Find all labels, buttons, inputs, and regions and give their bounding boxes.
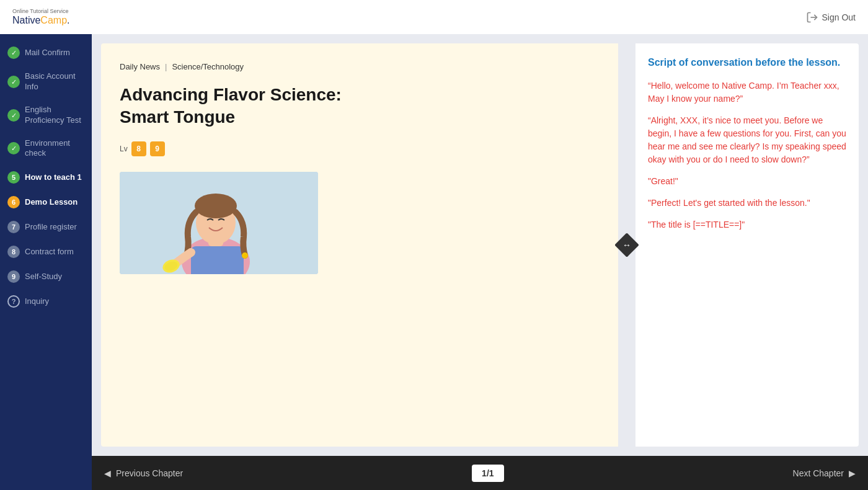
bottom-nav: ◀ Previous Chapter 1/1 Next Chapter ▶ [92,456,868,490]
sidebar-icon-basic-account-info: ✓ [7,76,20,88]
article-title: Advancing Flavor Science: Smart Tongue [120,84,600,129]
sidebar-label-mail-confirm: Mail Confirm [25,48,70,58]
sidebar-icon-demo-lesson: 6 [7,196,20,208]
sidebar-item-environment-check[interactable]: ✓ Environment check [0,132,92,166]
sidebar-icon-self-study: 9 [7,270,20,283]
sidebar-label-contract-form: Contract form [25,247,74,257]
sidebar-item-inquiry[interactable]: ? Inquiry [0,289,92,314]
article-image [120,172,318,274]
category-divider: | [165,62,167,71]
logo-text: NativeCamp. [12,15,70,26]
number-icon-contract: 8 [7,246,20,258]
level-badge-9: 9 [150,141,165,156]
svg-point-8 [242,252,248,259]
script-panel: Script of conversation before the lesson… [636,43,859,447]
sidebar-icon-profile-register: 7 [7,221,20,233]
next-arrow-icon: ▶ [849,468,856,478]
prev-chapter-button[interactable]: ◀ Previous Chapter [104,468,183,478]
prev-chapter-label: Previous Chapter [116,468,183,478]
article-category: Daily News | Science/Technology [120,62,600,71]
script-line-3: "Great!" [648,175,846,188]
check-icon-english: ✓ [7,109,20,122]
resize-arrows-icon: ↔ [622,240,631,250]
sidebar-icon-inquiry: ? [7,295,20,308]
level-badges: Lv 8 9 [120,141,600,156]
number-icon-profile: 7 [7,221,20,233]
sidebar-label-inquiry: Inquiry [25,296,49,307]
script-line-1: “Hello, welcome to Native Camp. I’m Teac… [648,79,846,105]
sidebar-label-basic-account-info: Basic Account Info [25,71,84,92]
next-chapter-button[interactable]: Next Chapter ▶ [793,468,856,478]
article-title-line1: Advancing Flavor Science: [120,85,342,104]
check-icon-basic-account: ✓ [7,76,20,88]
header: Online Tutorial Service NativeCamp. Sign… [0,0,868,34]
sign-out-icon [806,11,818,24]
svg-point-6 [195,194,237,218]
number-icon-demo-lesson: 6 [7,196,20,208]
sidebar-item-self-study[interactable]: 9 Self-Study [0,264,92,289]
sidebar-label-environment-check: Environment check [25,138,84,159]
sidebar: ✓ Mail Confirm ✓ Basic Account Info ✓ En… [0,34,92,490]
article-title-line2: Smart Tongue [120,107,235,127]
sidebar-item-contract-form[interactable]: 8 Contract form [0,239,92,264]
sidebar-icon-how-to-teach: 5 [7,171,20,184]
next-chapter-label: Next Chapter [793,468,844,478]
level-badge-8: 8 [131,141,146,156]
script-line-2: “Alright, XXX, it’s nice to meet you. Be… [648,114,846,166]
sidebar-label-profile-register: Profile register [25,222,77,233]
page-indicator: 1/1 [472,465,503,482]
logo-tagline: Online Tutorial Service [12,9,70,15]
check-icon-environment: ✓ [7,142,20,154]
sidebar-item-how-to-teach[interactable]: 5 How to teach 1 [0,165,92,190]
sidebar-item-mail-confirm[interactable]: ✓ Mail Confirm [0,40,92,65]
number-icon-self-study: 9 [7,270,20,283]
sidebar-label-self-study: Self-Study [25,272,62,282]
sidebar-icon-english-proficiency: ✓ [7,109,20,122]
logo-native: Native [12,15,40,25]
logo: Online Tutorial Service NativeCamp. [12,9,70,25]
svg-rect-3 [191,246,244,274]
sidebar-item-profile-register[interactable]: 7 Profile register [0,215,92,239]
resize-handle[interactable]: ↔ [618,43,636,447]
sidebar-item-english-proficiency[interactable]: ✓ English Proficiency Test [0,99,92,132]
number-icon-how-to-teach: 5 [7,171,20,184]
sign-out-button[interactable]: Sign Out [806,11,856,24]
sign-out-label: Sign Out [822,12,856,22]
sidebar-label-english-proficiency: English Proficiency Test [25,105,84,126]
sidebar-label-how-to-teach: How to teach 1 [25,172,82,183]
prev-arrow-icon: ◀ [104,468,111,478]
category-daily-news: Daily News [120,62,160,71]
script-line-4: "Perfect! Let's get started with the les… [648,197,846,210]
sidebar-icon-environment: ✓ [7,142,20,154]
logo-camp: Camp [40,15,67,25]
question-icon-inquiry: ? [7,295,20,308]
content-body: Daily News | Science/Technology Advancin… [92,34,868,456]
script-line-5: "The title is [==TITLE==]" [648,218,846,231]
category-science-tech: Science/Technology [172,62,244,71]
sidebar-icon-contract-form: 8 [7,246,20,258]
sidebar-item-demo-lesson[interactable]: 6 Demo Lesson [0,190,92,215]
article-image-svg [120,172,318,274]
logo-dot: . [67,15,69,25]
article-panel: Daily News | Science/Technology Advancin… [101,43,618,447]
sidebar-item-basic-account-info[interactable]: ✓ Basic Account Info [0,65,92,99]
main-layout: ✓ Mail Confirm ✓ Basic Account Info ✓ En… [0,34,868,490]
sidebar-label-demo-lesson: Demo Lesson [25,197,78,208]
script-title: Script of conversation before the lesson… [648,56,846,69]
sidebar-icon-mail-confirm: ✓ [7,47,20,59]
lv-label: Lv [120,145,128,153]
content-area: Daily News | Science/Technology Advancin… [92,34,868,490]
check-icon-mail-confirm: ✓ [7,47,20,59]
